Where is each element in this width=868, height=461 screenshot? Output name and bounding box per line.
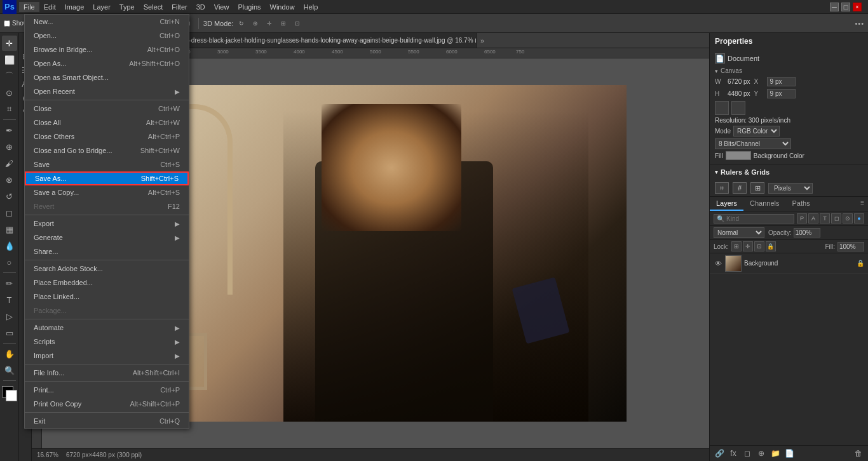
menu-open-as[interactable]: Open As... Alt+Shift+Ctrl+O — [25, 57, 189, 70]
new-adjustment-btn[interactable]: ⊕ — [756, 448, 767, 459]
filter-type-btn[interactable]: T — [820, 213, 830, 224]
link-layers-btn[interactable]: 🔗 — [714, 448, 725, 459]
minimize-button[interactable]: ─ — [830, 3, 839, 11]
move-tool[interactable]: ✛ — [2, 36, 17, 51]
zoom-tool[interactable]: 🔍 — [2, 363, 17, 378]
menu-browse-bridge[interactable]: Browse in Bridge... Alt+Ctrl+O — [25, 43, 189, 57]
filter-toggle-btn[interactable]: ● — [854, 213, 864, 224]
menu-save[interactable]: Save Ctrl+S — [25, 157, 189, 171]
ruler-icon-3[interactable]: ⊞ — [750, 182, 764, 194]
menu-plugins[interactable]: Plugins — [233, 2, 265, 12]
eraser-tool[interactable]: ◻ — [2, 205, 17, 220]
blur-tool[interactable]: 💧 — [2, 238, 17, 253]
layers-panel-menu[interactable]: ≡ — [857, 197, 868, 211]
menu-window[interactable]: Window — [266, 2, 299, 12]
background-color[interactable] — [6, 390, 17, 401]
fill-pct-input[interactable] — [837, 242, 864, 251]
eyedropper-tool[interactable]: ✒ — [2, 123, 17, 138]
menu-package[interactable]: Package... — [25, 304, 189, 317]
menu-view[interactable]: View — [210, 2, 234, 12]
new-group-btn[interactable]: 📁 — [770, 448, 781, 459]
gradient-tool[interactable]: ▦ — [2, 222, 17, 237]
menu-type[interactable]: Type — [115, 2, 139, 12]
filter-adjust-btn[interactable]: A — [808, 213, 818, 224]
y-input[interactable] — [767, 89, 796, 98]
3d-slide-btn[interactable]: ⊞ — [278, 18, 289, 29]
menu-help[interactable]: Help — [299, 2, 323, 12]
menu-3d[interactable]: 3D — [192, 2, 210, 12]
menu-image[interactable]: Image — [60, 2, 89, 12]
menu-open[interactable]: Open... Ctrl+O — [25, 29, 189, 43]
filter-smart-btn[interactable]: ⊙ — [843, 213, 853, 224]
hand-tool[interactable]: ✋ — [2, 346, 17, 361]
filter-pixel-btn[interactable]: P — [797, 213, 807, 224]
add-style-btn[interactable]: fx — [728, 448, 739, 459]
menu-export[interactable]: Export ▶ — [25, 217, 189, 230]
menu-exit[interactable]: Exit Ctrl+Q — [25, 414, 189, 428]
menu-save-as[interactable]: Save As... Shift+Ctrl+S — [25, 171, 189, 185]
tab-more-btn[interactable]: » — [477, 37, 488, 44]
lock-pixel-btn[interactable]: ⊞ — [731, 241, 742, 251]
unit-select[interactable]: Pixels — [768, 183, 813, 194]
3d-rotate-btn[interactable]: ↻ — [236, 18, 247, 29]
layer-visibility-eye[interactable]: 👁 — [714, 259, 722, 268]
menu-share[interactable]: Share... — [25, 244, 189, 258]
path-select-tool[interactable]: ▷ — [2, 309, 17, 324]
menu-close[interactable]: Close Ctrl+W — [25, 102, 189, 116]
delete-layer-btn[interactable]: 🗑 — [853, 448, 864, 459]
toolbar-more[interactable]: ••• — [855, 20, 864, 27]
menu-open-recent[interactable]: Open Recent ▶ — [25, 84, 189, 98]
menu-import[interactable]: Import ▶ — [25, 349, 189, 363]
menu-layer[interactable]: Layer — [88, 2, 115, 12]
menu-generate[interactable]: Generate ▶ — [25, 230, 189, 244]
layers-search-input[interactable] — [726, 215, 791, 222]
brush-tool[interactable]: 🖌 — [2, 156, 17, 171]
menu-close-bridge[interactable]: Close and Go to Bridge... Shift+Ctrl+W — [25, 144, 189, 157]
filter-shape-btn[interactable]: ◻ — [831, 213, 841, 224]
3d-scale-btn[interactable]: ⊡ — [292, 18, 303, 29]
menu-edit[interactable]: Edit — [39, 2, 60, 12]
resize-btn[interactable] — [731, 101, 745, 115]
clone-tool[interactable]: ⊗ — [2, 172, 17, 187]
quick-select-tool[interactable]: ⊙ — [2, 85, 17, 100]
tab-layers[interactable]: Layers — [710, 197, 743, 211]
menu-close-others[interactable]: Close Others Alt+Ctrl+P — [25, 130, 189, 144]
tab-channels[interactable]: Channels — [743, 197, 785, 211]
spot-healing-tool[interactable]: ⊕ — [2, 139, 17, 154]
blend-mode-select[interactable]: Normal — [714, 227, 764, 238]
menu-file-info[interactable]: File Info... Alt+Shift+Ctrl+I — [25, 366, 189, 380]
menu-filter[interactable]: Filter — [167, 2, 191, 12]
marquee-tool[interactable]: ⬜ — [2, 52, 17, 67]
lock-pos-btn[interactable]: ✛ — [743, 241, 753, 251]
ruler-icon-2[interactable]: # — [733, 182, 747, 194]
3d-orbit-btn[interactable]: ⊕ — [250, 18, 261, 29]
maximize-button[interactable]: □ — [841, 3, 850, 11]
menu-print[interactable]: Print... Ctrl+P — [25, 383, 189, 397]
menu-automate[interactable]: Automate ▶ — [25, 321, 189, 335]
bits-select[interactable]: 8 Bits/Channel — [715, 138, 791, 149]
shape-tool[interactable]: ▭ — [2, 325, 17, 340]
new-layer-btn[interactable]: 📄 — [783, 448, 795, 459]
lock-artboard-btn[interactable]: ⊡ — [754, 241, 764, 251]
close-window-button[interactable]: × — [853, 3, 862, 11]
menu-print-one[interactable]: Print One Copy Alt+Shift+Ctrl+P — [25, 397, 189, 411]
pen-tool[interactable]: ✏ — [2, 276, 17, 291]
fill-color-box[interactable] — [726, 151, 751, 160]
tab-paths[interactable]: Paths — [786, 197, 817, 211]
menu-place-embedded[interactable]: Place Embedded... — [25, 276, 189, 290]
lasso-tool[interactable]: ⌒ — [2, 69, 17, 84]
crop-tool[interactable]: ⌗ — [2, 102, 17, 117]
text-tool[interactable]: T — [2, 292, 17, 307]
dodge-tool[interactable]: ○ — [2, 255, 17, 270]
menu-scripts[interactable]: Scripts ▶ — [25, 335, 189, 349]
menu-save-copy[interactable]: Save a Copy... Alt+Ctrl+S — [25, 185, 189, 199]
mode-select[interactable]: RGB Color — [733, 126, 780, 137]
menu-close-all[interactable]: Close All Alt+Ctrl+W — [25, 116, 189, 130]
constrain-btn[interactable] — [715, 101, 729, 115]
add-mask-btn[interactable]: ◻ — [742, 448, 753, 459]
menu-adobe-stock[interactable]: Search Adobe Stock... — [25, 262, 189, 276]
x-input[interactable] — [767, 77, 796, 86]
menu-select[interactable]: Select — [139, 2, 168, 12]
transform-checkbox[interactable] — [4, 20, 10, 27]
menu-file[interactable]: File — [19, 2, 39, 12]
